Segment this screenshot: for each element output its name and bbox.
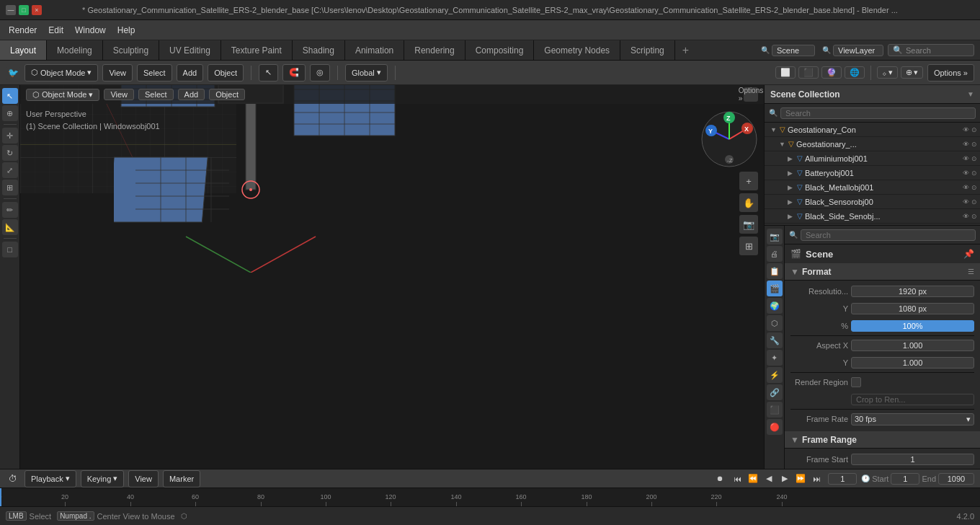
viewport-shading-toggle[interactable]: ⬜ [775, 66, 796, 79]
marker-menu[interactable]: Marker [163, 470, 200, 488]
menu-help[interactable]: Help [112, 24, 141, 37]
transform-btn[interactable]: ↖ [259, 64, 278, 81]
menu-render[interactable]: Render [3, 24, 43, 37]
viewport-options-btn[interactable]: Options » [744, 87, 758, 102]
move-tool-btn[interactable]: ✛ [2, 128, 18, 144]
viewport-select-btn[interactable]: Select [138, 89, 174, 100]
timeline-view-menu[interactable]: View [128, 470, 159, 488]
cursor-tool-btn[interactable]: ⊕ [2, 105, 18, 121]
viewport-mode-btn[interactable]: ⬡ Object Mode ▾ [26, 89, 99, 101]
outliner-item-select-icon[interactable]: ⊙ [971, 198, 977, 206]
viewport[interactable]: ⬡ Object Mode ▾ View Select Add Object O… [20, 85, 764, 469]
maximize-btn[interactable]: □ [19, 5, 29, 15]
outliner-item-hide-icon[interactable]: 👁 [963, 184, 969, 191]
workspace-tab-sculpting[interactable]: Sculpting [103, 40, 159, 60]
outliner-item-select-icon[interactable]: ⊙ [971, 169, 977, 177]
outliner-item-select-icon[interactable]: ⊙ [971, 141, 977, 148]
close-btn[interactable]: × [32, 5, 42, 15]
solid-mode-btn[interactable]: ⬛ [798, 66, 819, 79]
outliner-item[interactable]: ▶ ▽ Batteryobj001 👁 ⊙ [765, 166, 980, 180]
frame-start-value[interactable]: 1 [851, 454, 974, 465]
aspect-x-value[interactable]: 1.000 [851, 340, 974, 351]
outliner-search-input[interactable] [780, 107, 976, 119]
menu-window[interactable]: Window [69, 24, 112, 37]
auto-keying-btn[interactable]: ⏺ [714, 473, 726, 485]
transform-orientation[interactable]: Global ▾ [345, 64, 388, 81]
props-render-btn[interactable]: 📷 [767, 229, 783, 244]
viewport-object-btn[interactable]: Object [209, 89, 245, 100]
workspace-tab-animation[interactable]: Animation [345, 40, 404, 60]
outliner-item-select-icon[interactable]: ⊙ [971, 126, 977, 133]
add-menu[interactable]: Add [177, 64, 204, 81]
props-search-input[interactable] [801, 229, 976, 241]
mode-selector[interactable]: ⬡ Object Mode ▾ [24, 64, 98, 81]
render-mode-btn[interactable]: 🌐 [845, 66, 865, 79]
current-frame-display[interactable]: 1 [828, 473, 857, 485]
zoom-in-btn[interactable]: + [739, 172, 758, 190]
workspace-tab-rendering[interactable]: Rendering [404, 40, 465, 60]
aspect-y-value[interactable]: 1.000 [851, 357, 974, 369]
props-output-btn[interactable]: 🖨 [767, 246, 783, 262]
outliner-item[interactable]: ▶ ▽ Black_Side_Senobj... 👁 ⊙ [765, 209, 980, 224]
props-view-layer-btn[interactable]: 📋 [767, 263, 783, 279]
props-material-btn[interactable]: 🔴 [767, 419, 783, 435]
material-mode-btn[interactable]: 🔮 [821, 66, 842, 79]
overlay-btn[interactable]: ⬦▾ [877, 66, 898, 79]
playback-menu[interactable]: Playback▾ [24, 470, 76, 488]
object-menu[interactable]: Object [208, 64, 244, 81]
props-modifier-btn[interactable]: 🔧 [767, 332, 783, 348]
toggle-grid-btn[interactable]: ⊞ [739, 237, 758, 255]
workspace-tab-uv-editing[interactable]: UV Editing [159, 40, 221, 60]
outliner-item[interactable]: ▶ ▽ Alluminiumobj001 👁 ⊙ [765, 151, 980, 166]
resolution-y-value[interactable]: 1080 px [851, 303, 974, 314]
play-back-btn[interactable]: ◀ [762, 472, 776, 486]
snap-btn[interactable]: 🧲 [282, 64, 306, 81]
outliner-item-hide-icon[interactable]: 👁 [963, 126, 969, 133]
scale-tool-btn[interactable]: ⤢ [2, 162, 18, 178]
step-forward-btn[interactable]: ⏩ [793, 472, 808, 486]
props-object-btn[interactable]: ⬡ [767, 315, 783, 331]
options-btn[interactable]: Options » [927, 64, 974, 81]
outliner-filter-icon[interactable]: ▼ [967, 90, 974, 98]
outliner-item-hide-icon[interactable]: 👁 [963, 155, 969, 162]
workspace-tab-layout[interactable]: Layout [0, 40, 47, 60]
outliner-item-select-icon[interactable]: ⊙ [971, 184, 977, 191]
outliner-item-hide-icon[interactable]: 👁 [963, 198, 969, 206]
scene-selector[interactable]: Scene [772, 45, 815, 56]
pan-btn[interactable]: ✋ [739, 193, 758, 212]
workspace-tab-shading[interactable]: Shading [293, 40, 345, 60]
props-constraints-btn[interactable]: 🔗 [767, 384, 783, 400]
workspace-tab-geometry-nodes[interactable]: Geometry Nodes [534, 40, 620, 60]
outliner-item[interactable]: ▼ ▽ Geostationary_Con 👁 ⊙ [765, 123, 980, 137]
frame-range-section-header[interactable]: ▼ Frame Range [785, 431, 980, 449]
format-section-header[interactable]: ▼ Format ☰ [785, 263, 980, 281]
viewport-add-btn[interactable]: Add [178, 89, 205, 100]
camera-view-btn[interactable]: 📷 [739, 215, 758, 234]
workspace-tab-compositing[interactable]: Compositing [466, 40, 535, 60]
measure-tool-btn[interactable]: 📐 [2, 219, 18, 235]
global-search[interactable]: 🔍Search [888, 44, 974, 56]
render-region-checkbox[interactable] [851, 377, 861, 387]
transform-tool-btn[interactable]: ⊞ [2, 180, 18, 195]
timeline-body[interactable]: 020406080100120140160180200220240 [0, 488, 980, 506]
keying-menu[interactable]: Keying▾ [81, 470, 125, 488]
menu-edit[interactable]: Edit [43, 24, 69, 37]
gizmo-btn[interactable]: ⊕▾ [901, 66, 923, 79]
props-scene-btn[interactable]: 🎬 [767, 281, 783, 296]
outliner-item[interactable]: ▶ ▽ Black_Sensorobj00 👁 ⊙ [765, 195, 980, 209]
step-back-btn[interactable]: ⏪ [746, 472, 760, 486]
resolution-x-value[interactable]: 1920 px [851, 286, 974, 297]
annotate-tool-btn[interactable]: ✏ [2, 202, 18, 218]
resolution-pct-value[interactable]: 100% [851, 320, 974, 332]
outliner-item-select-icon[interactable]: ⊙ [971, 213, 977, 220]
minimize-btn[interactable]: — [6, 5, 16, 15]
outliner-item[interactable]: ▶ ▽ Bot_Sensorobj001 👁 ⊙ [765, 224, 980, 225]
view-menu[interactable]: View [102, 64, 133, 81]
outliner-item[interactable]: ▶ ▽ Black_Metallobj001 👁 ⊙ [765, 180, 980, 195]
workspace-tab-modeling[interactable]: Modeling [47, 40, 103, 60]
workspace-add-btn[interactable]: + [675, 41, 696, 60]
props-particles-btn[interactable]: ✦ [767, 350, 783, 366]
blender-logo[interactable]: 🐦 [6, 66, 20, 80]
proportional-btn[interactable]: ◎ [310, 64, 330, 81]
rotate-tool-btn[interactable]: ↻ [2, 145, 18, 161]
